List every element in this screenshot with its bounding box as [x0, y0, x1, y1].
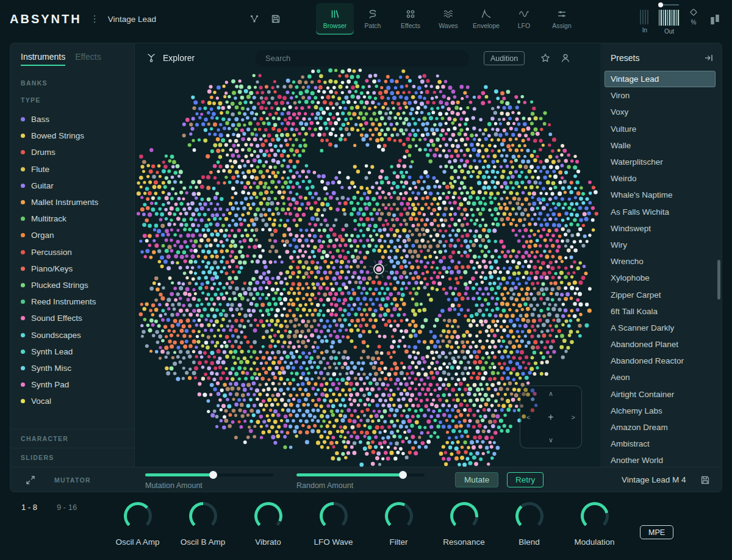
navpad-center[interactable]: + [548, 412, 553, 423]
preset-item[interactable]: Aeon [605, 369, 716, 386]
type-item-reed-instruments[interactable]: Reed Instruments [10, 293, 134, 310]
knob-ring[interactable] [189, 502, 217, 530]
type-item-guitar[interactable]: Guitar [10, 178, 134, 194]
macro-page-9-16[interactable]: 9 - 16 [57, 503, 77, 512]
audition-button[interactable]: Audition [484, 51, 525, 65]
preset-item[interactable]: Vulture [605, 121, 716, 137]
collapse-panel-icon[interactable] [703, 52, 714, 63]
preset-item[interactable]: Walle [605, 137, 716, 154]
type-item-synth-lead[interactable]: Synth Lead [10, 343, 134, 360]
ni-logo-icon[interactable] [708, 12, 723, 27]
slider-thumb[interactable] [209, 471, 217, 479]
tab-instruments[interactable]: Instruments [21, 52, 65, 66]
search-input[interactable] [256, 50, 469, 66]
type-item-piano-keys[interactable]: Piano/Keys [10, 260, 134, 277]
sliders-section-header[interactable]: SLIDERS [10, 448, 134, 467]
type-item-mallet-instruments[interactable]: Mallet Instruments [10, 194, 134, 210]
type-item-synth-pad[interactable]: Synth Pad [10, 376, 134, 393]
tab-effects[interactable]: Effects [75, 52, 101, 66]
tab-patch[interactable]: Patch [354, 3, 392, 35]
knob-ring[interactable] [515, 502, 544, 530]
type-item-sound-effects[interactable]: Sound Effects [10, 310, 134, 326]
macro-knob-resonance[interactable]: Resonance [431, 502, 497, 547]
type-item-vocal[interactable]: Vocal [10, 393, 134, 409]
knob-ring[interactable] [124, 502, 152, 530]
preset-item[interactable]: Another World [605, 452, 716, 467]
preset-item[interactable]: Vintage Lead [605, 71, 716, 87]
banks-section-header[interactable]: BANKS [21, 79, 134, 87]
preset-item[interactable]: Wrencho [605, 253, 716, 270]
preset-item[interactable]: Ambistract [605, 436, 716, 452]
type-item-drums[interactable]: Drums [10, 144, 134, 160]
preset-item[interactable]: Wiry [605, 237, 716, 253]
type-item-multitrack[interactable]: Multitrack [10, 210, 134, 227]
macro-knob-modulation[interactable]: Modulation [562, 502, 627, 547]
macro-knob-filter[interactable]: Filter [366, 502, 431, 547]
retry-button[interactable]: Retry [507, 472, 544, 487]
preset-item[interactable]: Whale's Naptime [605, 187, 716, 203]
navpad-down[interactable]: ∨ [548, 436, 553, 444]
presets-scrollbar[interactable] [717, 260, 720, 300]
macro-knob-lfo-wave[interactable]: LFO Wave [301, 502, 366, 547]
macro-knob-oscil-b-amp[interactable]: Oscil B Amp [170, 502, 235, 547]
tab-envelope[interactable]: Envelope [467, 3, 505, 35]
save-icon[interactable] [270, 13, 281, 24]
preset-item[interactable]: Weirdo [605, 170, 716, 187]
knob-label: Oscil B Amp [181, 537, 226, 547]
macro-knob-vibrato[interactable]: Vibrato [235, 502, 301, 547]
menu-icon[interactable]: ⋮ [89, 13, 101, 24]
preset-item[interactable]: Airtight Container [605, 386, 716, 403]
preset-item[interactable]: Abandoned Reactor [605, 353, 716, 369]
navpad-left[interactable]: < [526, 414, 530, 421]
preset-item[interactable]: Voxy [605, 104, 716, 120]
type-item-soundscapes[interactable]: Soundscapes [10, 326, 134, 343]
slider-thumb[interactable] [399, 471, 407, 479]
knob-ring[interactable] [385, 502, 413, 530]
preset-item[interactable]: Waterplitscher [605, 154, 716, 170]
type-item-bowed-strings[interactable]: Bowed Strings [10, 127, 134, 144]
macro-knob-oscil-a-amp[interactable]: Oscil A Amp [105, 502, 170, 547]
random-amount-slider[interactable] [296, 473, 425, 476]
preset-item[interactable]: Amazon Dream [605, 419, 716, 436]
character-section-header[interactable]: CHARACTER [10, 429, 134, 448]
expand-icon[interactable] [25, 475, 36, 486]
mutation-amount-slider[interactable] [145, 473, 273, 476]
type-item-bass[interactable]: Bass [10, 111, 134, 127]
macro-page-1-8[interactable]: 1 - 8 [21, 503, 37, 512]
type-item-organ[interactable]: Organ [10, 227, 134, 243]
mpe-button[interactable]: MPE [640, 525, 673, 539]
preset-item[interactable]: Zipper Carpet [605, 286, 716, 303]
type-item-flute[interactable]: Flute [10, 161, 134, 178]
preset-item[interactable]: Windswept [605, 220, 716, 237]
preset-item[interactable]: Abandoned Planet [605, 336, 716, 353]
tab-assign[interactable]: Assign [543, 3, 581, 35]
mutate-button[interactable]: Mutate [455, 472, 498, 487]
knob-ring[interactable] [254, 502, 282, 530]
preset-item[interactable]: As Falls Wichita [605, 204, 716, 220]
knob-ring[interactable] [450, 502, 478, 530]
preset-item[interactable]: Alchemy Labs [605, 403, 716, 419]
type-item-percussion[interactable]: Percussion [10, 244, 134, 260]
favorite-icon[interactable] [540, 52, 551, 63]
save-mutation-icon[interactable] [700, 475, 711, 486]
type-section-header[interactable]: TYPE [21, 96, 134, 104]
type-item-synth-misc[interactable]: Synth Misc [10, 360, 134, 376]
preset-item[interactable]: 6ft Tall Koala [605, 303, 716, 320]
navpad-up[interactable]: ∧ [548, 390, 553, 398]
tab-effects[interactable]: Effects [392, 3, 429, 35]
random-patch-icon[interactable] [249, 13, 260, 24]
macro-knob-blend[interactable]: Blend [497, 502, 562, 547]
tab-waves[interactable]: Waves [429, 3, 467, 35]
tab-browser[interactable]: Browser [316, 3, 354, 35]
slider-dot[interactable] [658, 2, 663, 7]
user-icon[interactable] [560, 52, 571, 63]
preset-item[interactable]: A Scanner Darkly [605, 320, 716, 336]
knob-ring[interactable] [581, 502, 609, 530]
preset-item[interactable]: Viron [605, 87, 716, 104]
preset-item[interactable]: Xylophobe [605, 270, 716, 286]
navpad-right[interactable]: > [572, 414, 575, 421]
type-item-plucked-strings[interactable]: Plucked Strings [10, 277, 134, 293]
output-level-slider[interactable] [659, 4, 679, 5]
tab-lfo[interactable]: LFO [505, 3, 543, 35]
knob-ring[interactable] [320, 502, 348, 530]
